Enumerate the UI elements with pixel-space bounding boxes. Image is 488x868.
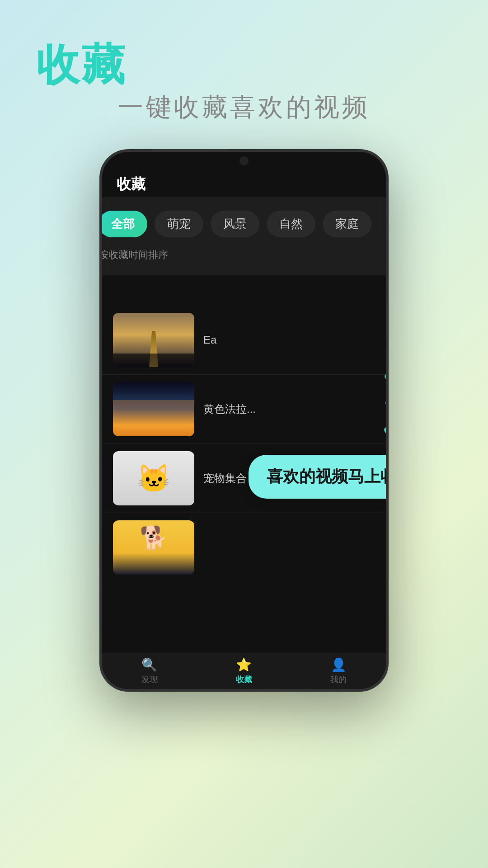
- video-thumb-2: [113, 382, 194, 436]
- video-item-2[interactable]: 黄色法拉...: [102, 375, 386, 444]
- video-item-4[interactable]: [102, 513, 386, 582]
- nav-label-favorites: 收藏: [236, 674, 252, 685]
- screen-header: 收藏: [117, 175, 145, 194]
- page-title: 收藏: [36, 36, 127, 95]
- filter-tab-scenery[interactable]: 风景: [211, 211, 259, 237]
- nav-item-favorites[interactable]: ⭐ 收藏: [236, 657, 252, 685]
- video-thumb-1: [113, 313, 194, 367]
- heart-2: ♥: [384, 368, 389, 388]
- phone-screen: 收藏 全部 萌宠 风景 自然 家庭 按收藏时间排序 Ea: [102, 152, 386, 689]
- sort-label: 按收藏时间排序: [102, 248, 386, 262]
- heart-1: ♥: [385, 346, 389, 361]
- video-info-1: Ea: [203, 334, 375, 346]
- video-info-2: 黄色法拉...: [203, 402, 375, 416]
- nav-label-profile: 我的: [330, 674, 347, 685]
- phone-frame: 收藏 全部 萌宠 风景 自然 家庭 按收藏时间排序 Ea: [99, 149, 389, 692]
- heart-container: ♥ ♥ ♥ ♥: [383, 346, 389, 443]
- thumb-dog: [113, 520, 194, 575]
- profile-icon: 👤: [331, 657, 347, 672]
- heart-3: ♥: [385, 396, 389, 413]
- heart-4: ♥: [383, 420, 389, 443]
- phone-camera: [239, 156, 249, 165]
- filter-tab-family[interactable]: 家庭: [323, 211, 371, 237]
- nav-item-profile[interactable]: 👤 我的: [330, 657, 347, 685]
- thumb-cat: [113, 451, 194, 505]
- video-thumb-3: [113, 451, 194, 505]
- tooltip-bubble: 喜欢的视频马上收藏: [249, 455, 389, 499]
- filter-tabs: 全部 萌宠 风景 自然 家庭: [102, 211, 386, 237]
- filter-panel: 全部 萌宠 风景 自然 家庭 按收藏时间排序: [102, 197, 386, 275]
- favorites-icon: ⭐: [236, 657, 252, 672]
- phone-notch: [217, 152, 271, 168]
- nav-label-discover: 发现: [141, 674, 158, 685]
- bottom-nav: 🔍 发现 ⭐ 收藏 👤 我的: [102, 653, 386, 689]
- filter-tab-pets[interactable]: 萌宠: [155, 211, 203, 237]
- video-thumb-4: [113, 520, 194, 575]
- page-subtitle: 一键收藏喜欢的视频: [0, 90, 488, 125]
- discover-icon: 🔍: [141, 657, 157, 672]
- filter-tab-all[interactable]: 全部: [102, 211, 147, 237]
- thumb-city: [113, 382, 194, 436]
- nav-item-discover[interactable]: 🔍 发现: [141, 657, 158, 685]
- video-title-2: 黄色法拉...: [203, 402, 375, 416]
- thumb-eiffel: [113, 313, 194, 367]
- filter-tab-nature[interactable]: 自然: [267, 211, 315, 237]
- video-title-1: Ea: [203, 334, 375, 346]
- video-item-1[interactable]: Ea: [102, 306, 386, 375]
